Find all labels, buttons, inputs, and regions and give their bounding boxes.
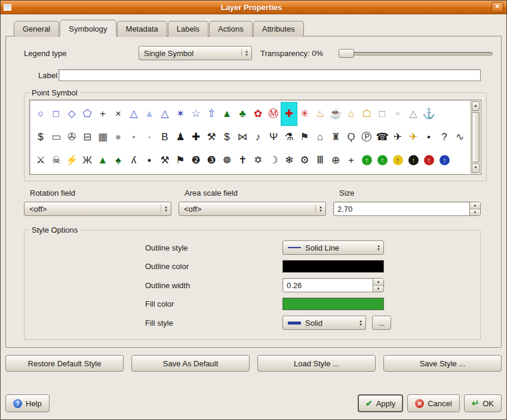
symbol[interactable]: ♟ — [173, 126, 188, 149]
ok-button[interactable]: ↵ OK — [464, 394, 502, 412]
load-style-button[interactable]: Load Style ... — [257, 355, 376, 372]
size-value[interactable]: 2.70 — [334, 202, 469, 215]
symbol[interactable]: ♣ — [235, 103, 250, 125]
symbol[interactable]: ☸ — [219, 149, 235, 172]
titlebar[interactable]: Layer Properties ✕ — [1, 1, 506, 14]
symbol[interactable]: ⌂ — [343, 103, 359, 125]
symbol[interactable]: ☽ — [266, 149, 281, 172]
symbol[interactable]: + — [95, 103, 110, 125]
save-as-default-button[interactable]: Save As Default — [131, 355, 250, 372]
symbol[interactable]: ▲ — [219, 103, 235, 125]
symbol[interactable]: · — [142, 126, 157, 149]
area-scale-field-combobox[interactable]: <off> — [179, 202, 326, 216]
symbol[interactable]: ↑ — [359, 149, 374, 172]
symbol[interactable]: □ — [374, 103, 390, 125]
symbol[interactable]: ✝ — [235, 149, 250, 172]
symbol[interactable]: △ — [405, 103, 421, 125]
symbol-scrollbar[interactable] — [471, 101, 480, 174]
symbol[interactable]: Ⅲ — [312, 149, 328, 172]
symbol[interactable]: ✡ — [250, 149, 266, 172]
symbol[interactable]: ▭ — [48, 126, 64, 149]
symbol[interactable]: ● — [110, 126, 126, 149]
symbol[interactable]: ✈ — [405, 126, 421, 149]
rotation-field-combobox[interactable]: <off> — [24, 202, 171, 216]
help-button[interactable]: ? Help — [5, 394, 50, 412]
spin-down-icon[interactable] — [470, 209, 480, 216]
symbol[interactable]: ? — [437, 126, 452, 149]
symbol[interactable]: $ — [33, 126, 48, 149]
spin-up-icon[interactable] — [373, 279, 383, 285]
symbol[interactable]: ▪ — [142, 149, 157, 172]
symbol[interactable]: ✿ — [250, 103, 266, 125]
symbol[interactable]: ↑ — [405, 149, 421, 172]
symbol[interactable]: ☕ — [328, 103, 343, 125]
legend-type-combobox[interactable]: Single Symbol — [139, 46, 252, 60]
symbol[interactable]: ⚗ — [281, 126, 297, 149]
symbol[interactable]: ✈ — [390, 126, 405, 149]
symbol[interactable]: ↑ — [390, 149, 405, 172]
symbol[interactable]: ↑ — [421, 149, 437, 172]
symbol[interactable]: ▲ — [95, 149, 110, 172]
symbol[interactable]: ⚑ — [173, 149, 188, 172]
save-style-button[interactable]: Save Style ... — [383, 355, 502, 372]
symbol[interactable]: • — [126, 126, 142, 149]
symbol[interactable]: □ — [48, 103, 64, 125]
symbol[interactable]: ⊕ — [328, 149, 343, 172]
symbol[interactable]: ○ — [33, 103, 48, 125]
apply-button[interactable]: ✔ Apply — [358, 394, 403, 412]
symbol[interactable]: Ⓟ — [359, 126, 374, 149]
fill-style-more-button[interactable]: ... — [372, 316, 391, 330]
symbol[interactable]: ♜ — [328, 126, 343, 149]
symbol[interactable]: ⚒ — [204, 126, 219, 149]
size-spinbox[interactable]: 2.70 — [333, 202, 481, 216]
tab-metadata[interactable]: Metadata — [117, 21, 167, 37]
outline-width-spinbox[interactable]: 0.26 — [282, 278, 384, 292]
symbol[interactable]: $ — [219, 126, 235, 149]
symbol[interactable]: ♪ — [250, 126, 266, 149]
tab-labels[interactable]: Labels — [168, 21, 208, 37]
fill-style-combobox[interactable]: Solid — [282, 316, 366, 330]
outline-color-button[interactable] — [282, 260, 384, 273]
symbol[interactable]: ↑ — [437, 149, 452, 172]
scroll-up-icon[interactable] — [472, 101, 480, 111]
symbol[interactable]: ⚓ — [421, 103, 437, 125]
outline-style-combobox[interactable]: Solid Line — [282, 240, 384, 255]
symbol[interactable]: Ψ — [266, 126, 281, 149]
symbol[interactable]: ❷ — [188, 149, 204, 172]
symbol[interactable]: ⚡ — [64, 149, 79, 172]
spin-up-icon[interactable] — [470, 202, 480, 209]
symbol[interactable]: Ⓜ — [266, 103, 281, 125]
label-input[interactable] — [59, 69, 481, 81]
symbol[interactable]: ❸ — [204, 149, 219, 172]
fill-color-button[interactable] — [282, 298, 384, 310]
symbol[interactable]: ⊟ — [79, 126, 95, 149]
symbol[interactable]: ❄ — [281, 149, 297, 172]
symbol[interactable]: ☆ — [188, 103, 204, 125]
symbol[interactable]: Ϙ — [343, 126, 359, 149]
tab-actions[interactable]: Actions — [209, 21, 253, 37]
symbol[interactable]: ♠ — [110, 149, 126, 172]
symbol[interactable]: ↑ — [374, 149, 390, 172]
symbol[interactable]: ⚔ — [33, 149, 48, 172]
symbol[interactable]: B — [157, 126, 173, 149]
symbol[interactable]: ⋈ — [235, 126, 250, 149]
symbol[interactable]: ✇ — [64, 126, 79, 149]
symbol[interactable]: ◇ — [64, 103, 79, 125]
symbol[interactable]: • — [421, 126, 437, 149]
symbol[interactable]: ⬠ — [79, 103, 95, 125]
outline-width-value[interactable]: 0.26 — [283, 279, 373, 292]
symbol[interactable]: ⚙ — [297, 149, 312, 172]
symbol[interactable]: ✳ — [297, 103, 312, 125]
symbol[interactable]: ⇧ — [204, 103, 219, 125]
symbol[interactable]: ☖ — [359, 103, 374, 125]
spin-down-icon[interactable] — [373, 285, 383, 292]
symbol[interactable]: + — [343, 149, 359, 172]
tab-attributes[interactable]: Attributes — [253, 21, 304, 37]
symbol[interactable]: ▫ — [390, 103, 405, 125]
symbol[interactable]: ⚒ — [157, 149, 173, 172]
slider-handle[interactable] — [339, 49, 354, 58]
cancel-button[interactable]: ✕ Cancel — [407, 394, 459, 412]
symbol[interactable]: ʎ — [126, 149, 142, 172]
slider-track[interactable] — [339, 52, 493, 55]
scrollbar-thumb[interactable] — [472, 112, 480, 162]
